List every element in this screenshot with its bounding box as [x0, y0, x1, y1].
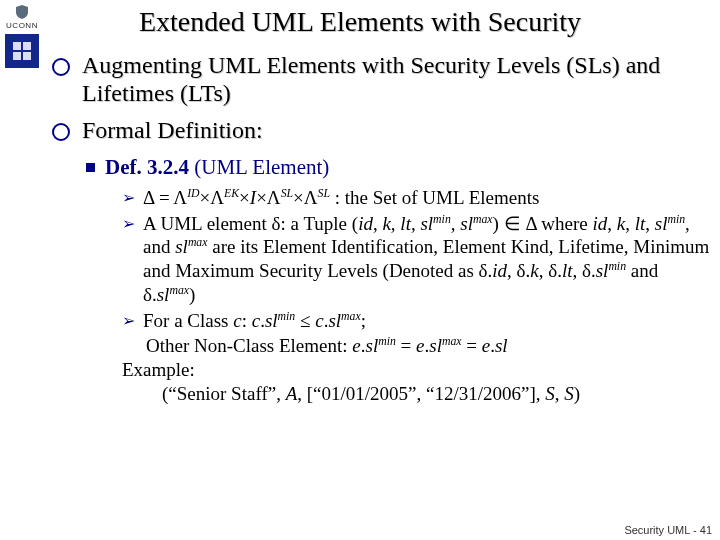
- arrow-bullet-icon: ➢: [122, 311, 135, 330]
- arrow-bullet-icon: ➢: [122, 188, 135, 207]
- svg-rect-2: [13, 52, 21, 60]
- point-3: ➢ For a Class c: c.slmin ≤ c.slmax;: [122, 309, 710, 333]
- point-3b-text: Other Non-Class Element: e.slmin = e.slm…: [146, 334, 508, 358]
- def-tail: (UML Element): [189, 155, 329, 179]
- svg-rect-0: [13, 42, 21, 50]
- point-1: ➢ Δ = ΛID×ΛEK×I×ΛSL×ΛSL : the Set of UML…: [122, 186, 710, 210]
- slide-title: Extended UML Elements with Security: [0, 6, 720, 38]
- secondary-logo: [5, 34, 39, 68]
- grid-icon: [11, 40, 33, 62]
- shield-icon: [14, 4, 30, 20]
- point-3-text: For a Class c: c.slmin ≤ c.slmax;: [143, 309, 366, 333]
- example-body-row: (“Senior Staff”, A, [“01/01/2005”, “12/3…: [122, 382, 710, 406]
- bullet-1-text: Augmenting UML Elements with Security Le…: [82, 52, 710, 107]
- slide-footer: Security UML - 41: [624, 524, 712, 536]
- square-bullet-icon: [86, 163, 95, 172]
- arrow-bullet-icon: ➢: [122, 214, 135, 233]
- def-line: Def. 3.2.4 (UML Element): [86, 155, 710, 180]
- example-label-row: Example:: [122, 358, 710, 382]
- logo-column: UCONN: [0, 0, 44, 68]
- circle-bullet-icon: [52, 123, 70, 141]
- point-1-text: Δ = ΛID×ΛEK×I×ΛSL×ΛSL : the Set of UML E…: [143, 186, 539, 210]
- point-2: ➢ A UML element δ: a Tuple (id, k, lt, s…: [122, 212, 710, 307]
- uconn-text: UCONN: [6, 21, 38, 30]
- svg-rect-3: [23, 52, 31, 60]
- point-2-text: A UML element δ: a Tuple (id, k, lt, slm…: [143, 212, 710, 307]
- def-text: Def. 3.2.4 (UML Element): [105, 155, 329, 180]
- example-body: (“Senior Staff”, A, [“01/01/2005”, “12/3…: [162, 382, 580, 406]
- def-details: ➢ Δ = ΛID×ΛEK×I×ΛSL×ΛSL : the Set of UML…: [122, 186, 710, 406]
- slide-body: Augmenting UML Elements with Security Le…: [52, 52, 710, 406]
- example-label: Example:: [122, 358, 195, 382]
- bullet-2: Formal Definition:: [52, 117, 710, 145]
- bullet-2-text: Formal Definition:: [82, 117, 263, 145]
- bullet-1: Augmenting UML Elements with Security Le…: [52, 52, 710, 107]
- uconn-logo: UCONN: [0, 4, 44, 30]
- circle-bullet-icon: [52, 58, 70, 76]
- def-label: Def. 3.2.4: [105, 155, 189, 179]
- point-3b: Other Non-Class Element: e.slmin = e.slm…: [122, 334, 710, 358]
- svg-rect-1: [23, 42, 31, 50]
